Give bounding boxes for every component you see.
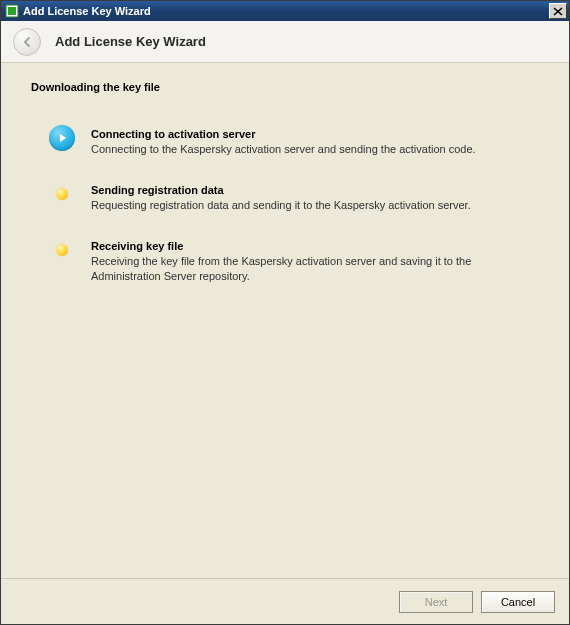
steps-list: Connecting to activation server Connecti… [31, 127, 539, 283]
step-text: Sending registration data Requesting reg… [91, 183, 539, 213]
step-title: Receiving key file [91, 240, 539, 252]
pending-icon [49, 237, 75, 263]
step-sending: Sending registration data Requesting reg… [49, 183, 539, 213]
wizard-content: Downloading the key file Connecting to a… [1, 63, 569, 578]
back-button[interactable] [13, 28, 41, 56]
back-arrow-icon [20, 35, 34, 49]
step-text: Connecting to activation server Connecti… [91, 127, 539, 157]
step-receiving: Receiving key file Receiving the key fil… [49, 239, 539, 284]
step-desc: Receiving the key file from the Kaspersk… [91, 254, 539, 284]
cancel-button[interactable]: Cancel [481, 591, 555, 613]
app-icon [5, 4, 19, 18]
window-title: Add License Key Wizard [23, 5, 549, 17]
close-icon [553, 7, 563, 16]
wizard-window: Add License Key Wizard Add License Key W… [0, 0, 570, 625]
step-desc: Requesting registration data and sending… [91, 198, 539, 213]
play-icon [49, 125, 75, 151]
wizard-header: Add License Key Wizard [1, 21, 569, 63]
next-button[interactable]: Next [399, 591, 473, 613]
pending-icon [49, 181, 75, 207]
step-title: Sending registration data [91, 184, 539, 196]
svg-rect-1 [8, 7, 16, 15]
titlebar: Add License Key Wizard [1, 1, 569, 21]
close-button[interactable] [549, 3, 567, 19]
wizard-footer: Next Cancel [1, 578, 569, 624]
step-text: Receiving key file Receiving the key fil… [91, 239, 539, 284]
step-connecting: Connecting to activation server Connecti… [49, 127, 539, 157]
step-desc: Connecting to the Kaspersky activation s… [91, 142, 539, 157]
header-title: Add License Key Wizard [55, 34, 206, 49]
section-title: Downloading the key file [31, 81, 539, 93]
step-title: Connecting to activation server [91, 128, 539, 140]
